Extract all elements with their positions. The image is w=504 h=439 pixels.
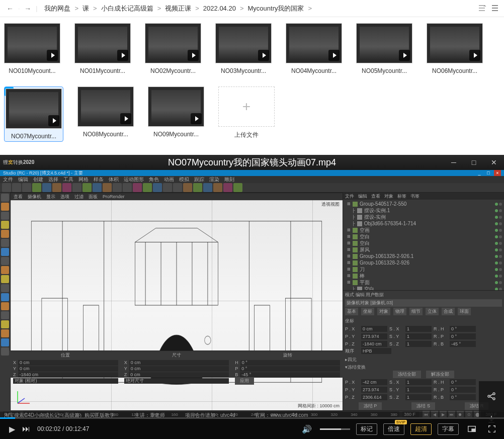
c4d-toolbar[interactable]	[0, 183, 504, 193]
freeze-axis-button[interactable]: 冻结 P	[359, 402, 382, 410]
coord-field[interactable]: 0 °	[450, 326, 476, 332]
coord-field[interactable]: 1	[405, 387, 432, 393]
tree-row[interactable]: ├摆设-实例	[345, 214, 502, 220]
tree-row[interactable]: ⊞空白	[345, 233, 502, 240]
object-tree[interactable]: ⊞Group-540517-2-550├摆设-实例.1├摆设-实例├Obj3d6…	[343, 200, 504, 290]
menu-item[interactable]: 角色	[149, 176, 159, 183]
c4d-max-icon[interactable]: □	[485, 169, 492, 177]
tree-row[interactable]: ⊞空画	[345, 227, 502, 233]
toolbar-icon[interactable]	[193, 183, 202, 192]
quality-button[interactable]: 超清	[410, 423, 432, 435]
tool-icon[interactable]	[1, 266, 9, 274]
progress-bar[interactable]	[0, 417, 504, 419]
toolbar-icon[interactable]	[52, 183, 61, 192]
toolbar-icon[interactable]	[22, 183, 31, 192]
toolbar-icon[interactable]	[103, 183, 112, 192]
tree-row[interactable]: ⊞棒	[345, 273, 502, 279]
tool-icon[interactable]	[1, 257, 9, 265]
menu-item[interactable]: 跟踪	[194, 176, 204, 183]
freeze-axis-button[interactable]: 冻结 S	[411, 402, 435, 410]
tool-icon[interactable]	[1, 347, 9, 356]
video-thumbnail[interactable]	[4, 23, 60, 63]
coord-field[interactable]: 0 cm	[361, 326, 387, 332]
video-thumbnail[interactable]	[215, 23, 272, 63]
toolbar-icon[interactable]	[223, 183, 232, 192]
toolbar-icon[interactable]	[82, 183, 92, 192]
fullscreen-icon[interactable]	[485, 422, 499, 436]
file-item[interactable]: NO08Mycountr...	[77, 86, 134, 142]
video-thumbnail[interactable]	[6, 89, 62, 129]
video-thumbnail[interactable]	[148, 86, 204, 127]
crumb-item[interactable]: 视频正课	[164, 4, 192, 13]
object-mode-select[interactable]: 对象 (相对)	[13, 378, 118, 384]
coord-field[interactable]: -42 cm	[361, 379, 387, 385]
toolbar-icon[interactable]	[32, 183, 41, 192]
apply-button[interactable]: 应用	[235, 377, 254, 385]
quaternion-toggle[interactable]: ▸四元	[345, 357, 502, 363]
maximize-button[interactable]: □	[467, 157, 481, 167]
panel-tab[interactable]: 编辑	[358, 193, 367, 200]
toolbar-icon[interactable]	[183, 183, 192, 192]
tool-icon[interactable]	[1, 320, 9, 328]
coord-field[interactable]: 273.974 cm	[361, 387, 387, 393]
viewport-tab[interactable]: 选项	[60, 194, 69, 200]
tool-icon[interactable]	[1, 248, 9, 256]
coord-field[interactable]: 0 °	[450, 333, 476, 339]
file-item[interactable]: NO02Mycountr...	[145, 23, 201, 74]
video-thumbnail[interactable]	[356, 23, 412, 63]
toolbar-icon[interactable]	[173, 183, 182, 192]
coord-field[interactable]: -1840 cm	[361, 341, 387, 347]
freeze-all-button[interactable]: 冻结全部	[393, 371, 421, 378]
size-mode-select[interactable]: 绝对尺寸	[124, 378, 229, 384]
viewport-tab[interactable]: 显示	[46, 194, 55, 200]
play-button[interactable]: ▶	[5, 422, 19, 436]
coord-field[interactable]: 0 °	[450, 379, 476, 385]
pip-icon[interactable]	[465, 422, 479, 436]
viewport-tab[interactable]: ProRender	[103, 194, 125, 199]
tree-row[interactable]: ⊞屏风	[345, 246, 502, 253]
close-button[interactable]: ✕	[487, 157, 501, 167]
coord-field[interactable]: 2306.614 cm	[361, 394, 387, 400]
tree-row[interactable]: ├空白	[345, 286, 502, 290]
tool-icon[interactable]	[1, 194, 9, 202]
coord-field[interactable]: 1	[405, 394, 432, 400]
tool-icon[interactable]	[1, 212, 9, 220]
minimize-button[interactable]: ─	[447, 157, 461, 167]
coord-field[interactable]: 1	[405, 379, 432, 385]
panel-tab[interactable]: 文件	[345, 193, 354, 200]
tool-icon[interactable]	[1, 284, 9, 292]
menu-item[interactable]: 样条	[94, 176, 104, 183]
menu-item[interactable]: 工具	[63, 176, 73, 183]
menu-item[interactable]: 选择	[48, 176, 58, 183]
coord-field[interactable]: 1	[405, 333, 432, 339]
toolbar-icon[interactable]	[62, 183, 71, 192]
toolbar-icon[interactable]	[2, 183, 11, 192]
video-thumbnail[interactable]	[286, 23, 342, 63]
tool-icon[interactable]	[1, 230, 9, 238]
tool-icon[interactable]	[1, 293, 9, 301]
video-thumbnail[interactable]	[427, 23, 483, 63]
viewport-tab[interactable]: 摄像机	[28, 194, 41, 200]
toolbar-icon[interactable]	[12, 183, 21, 192]
menu-item[interactable]: 创建	[33, 176, 43, 183]
video-thumbnail[interactable]	[77, 86, 134, 127]
menu-item[interactable]: 编辑	[18, 176, 28, 183]
video-thumbnail[interactable]	[145, 23, 201, 63]
toolbar-icon[interactable]	[42, 183, 51, 192]
tool-icon[interactable]	[1, 275, 9, 283]
nav-forward-button[interactable]: →	[22, 3, 34, 15]
panel-tab[interactable]: 书签	[410, 193, 419, 200]
crumb-item[interactable]: 小白成长记高级篇	[100, 4, 154, 13]
speed-button[interactable]: 倍速SVIP	[383, 423, 404, 435]
attr-tab[interactable]: 球面	[458, 308, 471, 315]
file-item[interactable]: NO01Mycountr...	[74, 23, 131, 74]
file-item[interactable]: NO06Mycountr...	[427, 23, 483, 74]
attr-tab[interactable]: 细节	[409, 308, 423, 315]
menu-item[interactable]: 模拟	[179, 176, 189, 183]
tool-icon[interactable]	[1, 221, 9, 229]
file-item[interactable]: NO03Mycountr...	[215, 23, 272, 74]
subtitle-button[interactable]: 字幕	[438, 423, 459, 435]
crumb-item[interactable]: Mycountry我的国家	[247, 4, 305, 13]
tree-row[interactable]: ⊞平面	[345, 279, 502, 286]
tree-row[interactable]: ⊞刀	[345, 266, 502, 273]
